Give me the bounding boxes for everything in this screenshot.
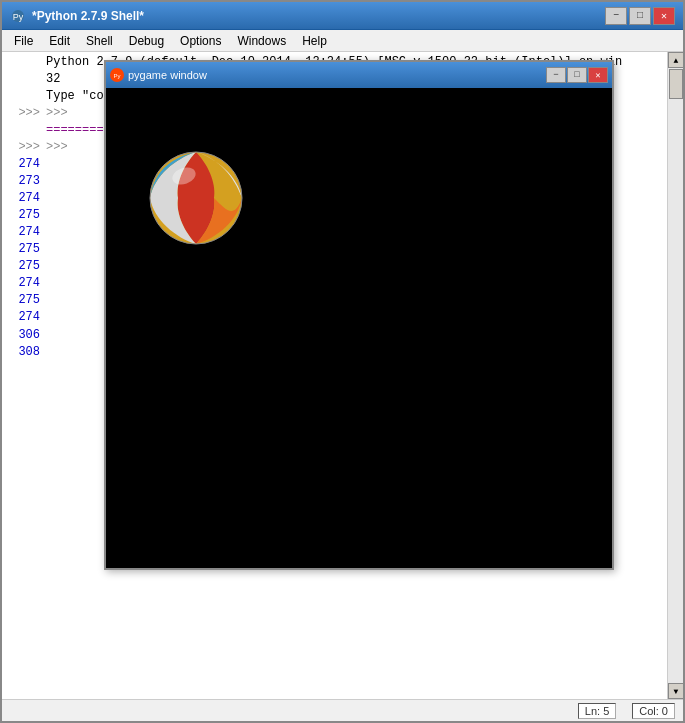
line-num [33, 88, 40, 105]
window-title: *Python 2.7.9 Shell* [32, 9, 144, 23]
scroll-down-button[interactable]: ▼ [668, 683, 683, 699]
close-button[interactable]: ✕ [653, 7, 675, 25]
pygame-minimize-btn[interactable]: − [546, 67, 566, 83]
line-num-306: 306 [18, 327, 40, 344]
pygame-icon: Py [110, 68, 124, 82]
line-numbers-column: >>> >>> 274 273 274 275 274 275 275 274 … [2, 52, 44, 699]
line-num-275c: 275 [18, 258, 40, 275]
line-num-274c: 274 [18, 224, 40, 241]
svg-text:Py: Py [113, 73, 120, 79]
shell-output-area[interactable]: Python 2.7.9 (default, Dec 10 2014, 12:2… [44, 52, 667, 699]
menu-edit[interactable]: Edit [41, 32, 78, 50]
line-num-274a: 274 [18, 156, 40, 173]
pygame-title-bar: Py pygame window − □ ✕ [106, 62, 612, 88]
line-num-274b: 274 [18, 190, 40, 207]
beach-ball-svg [146, 148, 246, 248]
pygame-window: Py pygame window − □ ✕ [104, 60, 614, 570]
pygame-window-title: pygame window [128, 69, 207, 81]
pygame-maximize-btn[interactable]: □ [567, 67, 587, 83]
menu-help[interactable]: Help [294, 32, 335, 50]
vertical-scrollbar[interactable]: ▲ ▼ [667, 52, 683, 699]
minimize-button[interactable]: − [605, 7, 627, 25]
content-area: >>> >>> 274 273 274 275 274 275 275 274 … [2, 52, 683, 699]
line-num [33, 71, 40, 88]
line-num-275a: 275 [18, 207, 40, 224]
title-bar: Py *Python 2.7.9 Shell* − □ ✕ [2, 2, 683, 30]
line-num [33, 54, 40, 71]
python-icon: Py [10, 8, 26, 24]
maximize-button[interactable]: □ [629, 7, 651, 25]
menu-bar: File Edit Shell Debug Options Windows He… [2, 30, 683, 52]
status-bar: Ln: 5 Col: 0 [2, 699, 683, 721]
line-num-274e: 274 [18, 309, 40, 326]
scroll-track[interactable] [668, 68, 683, 683]
menu-debug[interactable]: Debug [121, 32, 172, 50]
col-status: Col: 0 [632, 703, 675, 719]
line-num-274d: 274 [18, 275, 40, 292]
line-num-273: 273 [18, 173, 40, 190]
pygame-canvas[interactable] [106, 88, 612, 568]
scroll-up-button[interactable]: ▲ [668, 52, 683, 68]
line-num-275d: 275 [18, 292, 40, 309]
menu-file[interactable]: File [6, 32, 41, 50]
pygame-title-left: Py pygame window [110, 68, 207, 82]
menu-windows[interactable]: Windows [229, 32, 294, 50]
pygame-window-buttons: − □ ✕ [546, 67, 608, 83]
title-bar-left: Py *Python 2.7.9 Shell* [10, 8, 144, 24]
menu-options[interactable]: Options [172, 32, 229, 50]
menu-shell[interactable]: Shell [78, 32, 121, 50]
line-num-308: 308 [18, 344, 40, 361]
line-num-prompt: >>> [18, 139, 40, 156]
title-buttons: − □ ✕ [605, 7, 675, 25]
line-num [33, 122, 40, 139]
line-num-275b: 275 [18, 241, 40, 258]
line-status: Ln: 5 [578, 703, 616, 719]
scroll-thumb[interactable] [669, 69, 683, 99]
pygame-close-btn[interactable]: ✕ [588, 67, 608, 83]
line-num-prompt: >>> [18, 105, 40, 122]
beach-ball [146, 148, 246, 248]
svg-text:Py: Py [13, 12, 24, 22]
